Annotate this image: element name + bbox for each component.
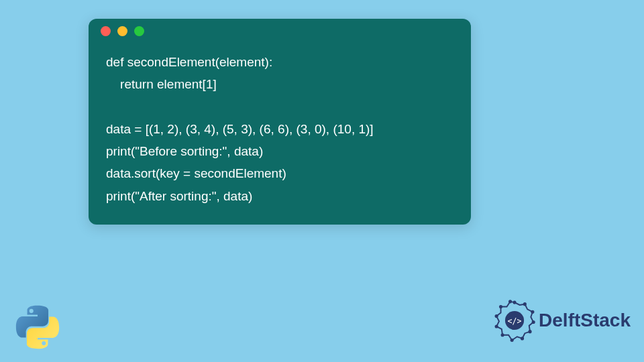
brand-container: </> bbox=[493, 299, 631, 342]
svg-point-4 bbox=[531, 310, 534, 314]
svg-point-10 bbox=[495, 324, 498, 328]
svg-point-13 bbox=[508, 300, 512, 303]
minimize-icon bbox=[117, 26, 127, 36]
close-icon bbox=[101, 26, 111, 36]
brand-name: DelftStack bbox=[539, 310, 631, 331]
code-content: def secondElement(element): return eleme… bbox=[89, 43, 471, 225]
maximize-icon bbox=[134, 26, 144, 36]
svg-text:</>: </> bbox=[508, 316, 522, 326]
svg-point-2 bbox=[513, 301, 517, 304]
window-title-bar bbox=[89, 19, 471, 43]
python-logo-icon bbox=[15, 304, 60, 350]
svg-point-11 bbox=[495, 314, 498, 318]
svg-point-7 bbox=[521, 337, 524, 340]
svg-point-6 bbox=[529, 330, 532, 333]
code-window: def secondElement(element): return eleme… bbox=[89, 19, 471, 225]
svg-point-8 bbox=[511, 339, 514, 342]
svg-point-5 bbox=[532, 320, 535, 324]
svg-point-12 bbox=[499, 305, 502, 308]
delftstack-logo-icon: </> bbox=[493, 299, 536, 342]
svg-point-3 bbox=[523, 302, 527, 306]
svg-point-9 bbox=[501, 333, 504, 337]
